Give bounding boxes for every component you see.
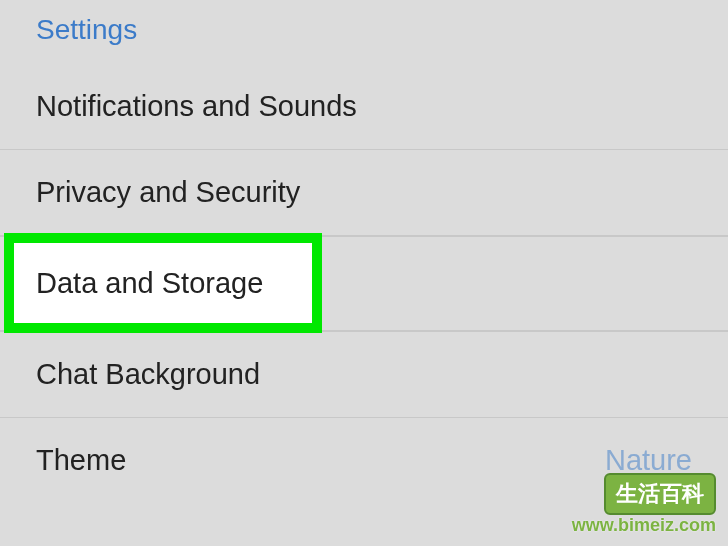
watermark: 生活百科 www.bimeiz.com bbox=[572, 473, 716, 536]
highlight-box: Data and Storage bbox=[4, 233, 322, 333]
settings-section-header: Settings bbox=[0, 0, 728, 64]
settings-item-label: Chat Background bbox=[36, 358, 260, 391]
settings-item-notifications[interactable]: Notifications and Sounds bbox=[0, 64, 728, 150]
settings-item-label: Notifications and Sounds bbox=[36, 90, 357, 123]
settings-item-privacy[interactable]: Privacy and Security bbox=[0, 150, 728, 236]
watermark-url: www.bimeiz.com bbox=[572, 515, 716, 536]
settings-item-label: Theme bbox=[36, 444, 126, 477]
watermark-badge: 生活百科 bbox=[604, 473, 716, 515]
settings-item-label: Data and Storage bbox=[36, 267, 263, 300]
settings-item-data-storage-wrap: Data and Storage Data and Storage bbox=[0, 236, 728, 332]
settings-item-chat-background[interactable]: Chat Background bbox=[0, 332, 728, 418]
settings-item-label: Privacy and Security bbox=[36, 176, 300, 209]
